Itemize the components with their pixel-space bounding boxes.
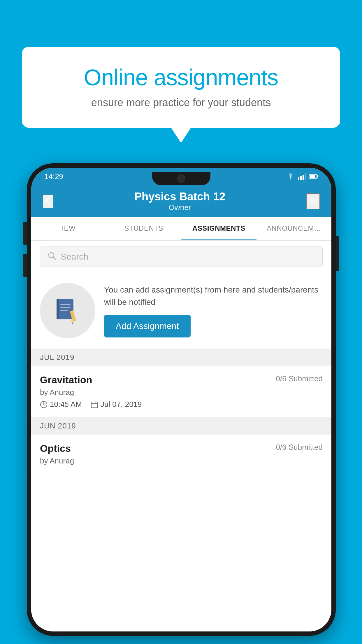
tab-assignments[interactable]: ASSIGNMENTS (181, 217, 256, 240)
settings-button[interactable] (306, 193, 320, 209)
phone-button-power (336, 236, 339, 271)
header-title: Physics Batch 12 (134, 190, 226, 203)
assignment-author-optics: by Anurag (40, 456, 323, 466)
speech-bubble-title: Online assignments (42, 64, 320, 91)
svg-rect-10 (57, 299, 73, 319)
assignment-date: Jul 07, 2019 (91, 400, 142, 409)
header-center: Physics Batch 12 Owner (134, 190, 226, 212)
search-container: Search (31, 241, 331, 273)
assignment-item-top: Gravitation 0/6 Submitted (40, 374, 323, 386)
assignment-item-optics[interactable]: Optics 0/6 Submitted by Anurag (31, 435, 331, 477)
status-icons (286, 173, 318, 180)
svg-rect-0 (298, 177, 299, 180)
add-assignment-button[interactable]: Add Assignment (104, 315, 191, 337)
phone-camera (177, 174, 185, 183)
svg-rect-19 (91, 402, 98, 408)
phone-button-vol-down (23, 254, 27, 277)
svg-marker-17 (72, 322, 73, 324)
phone-screen: 14:29 (31, 168, 331, 631)
tab-announcements[interactable]: ANNOUNCEM… (256, 217, 332, 240)
assignment-icon-circle (40, 283, 95, 338)
svg-rect-12 (60, 304, 71, 305)
signal-icon (298, 173, 306, 180)
screen-content: Search (31, 241, 331, 631)
battery-icon (309, 174, 318, 179)
assignment-submitted: 0/6 Submitted (276, 374, 323, 383)
assignment-meta: 10:45 AM Jul 07, 2019 (40, 400, 323, 409)
assignment-item-top-optics: Optics 0/6 Submitted (40, 443, 323, 454)
notebook-icon (53, 296, 82, 325)
svg-rect-5 (317, 175, 318, 178)
section-header-jun: JUN 2019 (31, 417, 331, 435)
phone-frame: 14:29 (27, 163, 336, 636)
tab-students[interactable]: STUDENTS (106, 217, 182, 240)
calendar-icon (91, 401, 98, 408)
header-subtitle: Owner (134, 203, 226, 212)
assignment-name-optics: Optics (40, 443, 71, 454)
add-assignment-right: You can add assignment(s) from here and … (104, 284, 323, 337)
assignment-author: by Anurag (40, 388, 323, 397)
back-button[interactable] (43, 195, 53, 208)
status-time: 14:29 (44, 172, 63, 181)
add-assignment-description: You can add assignment(s) from here and … (104, 284, 323, 308)
phone-button-vol-up (23, 222, 27, 245)
tabs-bar: IEW STUDENTS ASSIGNMENTS ANNOUNCEM… (31, 217, 331, 241)
svg-rect-13 (60, 307, 71, 308)
svg-rect-1 (300, 176, 302, 180)
svg-line-9 (53, 257, 56, 260)
speech-bubble: Online assignments ensure more practice … (22, 47, 340, 128)
app-header: Physics Batch 12 Owner (31, 185, 331, 217)
svg-rect-11 (57, 299, 59, 319)
assignment-submitted-optics: 0/6 Submitted (276, 443, 323, 452)
speech-bubble-subtitle: ensure more practice for your students (42, 97, 320, 109)
speech-bubble-container: Online assignments ensure more practice … (22, 47, 340, 128)
clock-icon (40, 401, 48, 408)
assignment-item-gravitation[interactable]: Gravitation 0/6 Submitted by Anurag 10:4… (31, 366, 331, 417)
wifi-icon (286, 173, 295, 180)
search-icon (48, 251, 56, 262)
phone-notch (152, 172, 210, 185)
svg-rect-3 (305, 173, 306, 180)
svg-point-7 (311, 198, 315, 202)
section-header-jul: JUL 2019 (31, 349, 331, 366)
phone-outer: 14:29 (27, 163, 336, 636)
search-bar[interactable]: Search (40, 246, 323, 267)
assignment-name: Gravitation (40, 374, 92, 386)
assignment-time: 10:45 AM (40, 400, 82, 409)
svg-rect-6 (310, 175, 315, 178)
tab-iew[interactable]: IEW (31, 217, 106, 240)
svg-rect-14 (60, 310, 68, 311)
svg-rect-2 (303, 175, 304, 180)
search-placeholder: Search (61, 252, 88, 262)
add-assignment-section: You can add assignment(s) from here and … (31, 273, 331, 349)
